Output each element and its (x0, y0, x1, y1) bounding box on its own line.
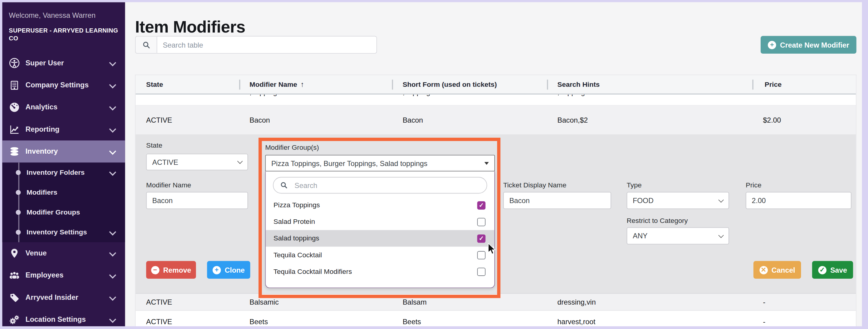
option-tequila-cocktail-modifiers[interactable]: Tequila Cocktail Modifiers (266, 263, 494, 280)
chevron-down-icon (109, 294, 116, 301)
save-button[interactable]: ✓ Save (812, 261, 853, 279)
sidebar-item-label: Location Settings (25, 315, 104, 324)
clipped-text: , toppings (547, 95, 752, 105)
state-select[interactable]: ACTIVE (146, 154, 248, 170)
sidebar-item-label: Employees (25, 271, 104, 279)
sidebar-item-label: Reporting (25, 125, 104, 133)
caret-down-icon (484, 162, 489, 164)
building-icon (9, 79, 20, 91)
restrict-to-category-label: Restrict to Category (627, 217, 688, 225)
chevron-down-icon (718, 197, 724, 202)
modifier-group-multiselect[interactable]: Pizza Toppings, Burger Toppings, Salad t… (265, 155, 495, 171)
inventory-submenu: Inventory Folders Modifiers Modifier Gro… (2, 162, 125, 242)
cell-state: ACTIVE (136, 318, 239, 326)
partially-scrolled-row[interactable]: , toppings , toppings , toppings (136, 95, 856, 106)
cell-state: ACTIVE (136, 298, 239, 306)
search-input[interactable] (157, 36, 377, 54)
sidebar-subitem-label: Modifier Groups (27, 208, 119, 216)
sidebar-subitem-modifiers[interactable]: Modifiers (2, 182, 125, 202)
cell-price: $2.00 (752, 116, 856, 125)
cell-price: - (752, 318, 856, 326)
gauge-icon (9, 102, 20, 113)
clipped-text: , toppings (392, 95, 547, 105)
ticket-display-name-input[interactable] (503, 192, 611, 209)
modifier-group-dropdown: Pizza Toppings Salad Protein Salad toppi… (265, 171, 495, 288)
chevron-down-icon (109, 126, 116, 133)
price-field-label: Price (746, 182, 761, 189)
sidebar-subitem-label: Inventory Folders (27, 168, 110, 176)
price-input[interactable] (746, 192, 851, 209)
column-header-state[interactable]: State (136, 80, 239, 88)
chevron-down-icon (109, 59, 116, 66)
plus-circle-icon: + (213, 266, 221, 274)
table-row-beets[interactable]: ACTIVE Beets Beets harvest,root - (136, 311, 856, 326)
sidebar-subitem-modifier-groups[interactable]: Modifier Groups (2, 202, 125, 222)
sidebar-item-arryved-insider[interactable]: Arryved Insider (2, 286, 125, 308)
clone-button[interactable]: + Clone (207, 261, 250, 279)
checkbox-checked[interactable] (477, 201, 486, 209)
type-select[interactable]: FOOD (627, 192, 729, 209)
restrict-to-category-select[interactable]: ANY (627, 227, 729, 244)
search-icon (280, 182, 288, 189)
chevron-down-icon (109, 81, 116, 88)
modifiers-table: State Modifier Name↑ Short Form (used on… (135, 75, 857, 326)
dropdown-search (273, 177, 487, 193)
sidebar-item-reporting[interactable]: Reporting (2, 118, 125, 140)
cell-search-hints: dressing,vin (547, 298, 752, 306)
type-field-label: Type (627, 182, 642, 189)
option-salad-toppings[interactable]: Salad toppings (266, 230, 494, 247)
checkbox-unchecked[interactable] (477, 218, 486, 226)
table-row-bacon[interactable]: ACTIVE Bacon Bacon Bacon,$2 $2.00 (136, 106, 856, 135)
remove-button[interactable]: − Remove (146, 261, 196, 279)
dropdown-search-input[interactable] (293, 180, 480, 190)
sidebar-subitem-inventory-folders[interactable]: Inventory Folders (2, 162, 125, 182)
modifier-group-field-label: Modifier Group(s) (265, 144, 319, 152)
sidebar-item-analytics[interactable]: Analytics (2, 96, 125, 118)
column-header-price[interactable]: Price (752, 80, 856, 88)
sidebar-item-label: Venue (25, 249, 104, 257)
checkbox-unchecked[interactable] (477, 267, 486, 276)
x-circle-icon: ✕ (760, 266, 768, 274)
screen: Welcome, Vanessa Warren SUPERUSER - ARRY… (0, 0, 868, 329)
checkbox-unchecked[interactable] (477, 251, 486, 259)
sidebar-item-venue[interactable]: Venue (2, 242, 125, 264)
sidebar-item-employees[interactable]: Employees (2, 264, 125, 286)
chevron-down-icon (109, 148, 116, 155)
create-new-modifier-button[interactable]: + Create New Modifier (761, 36, 857, 54)
chevron-down-icon (109, 250, 116, 256)
sidebar-item-inventory[interactable]: Inventory (2, 140, 125, 162)
checkbox-checked[interactable] (477, 234, 486, 242)
sidebar-item-location-settings[interactable]: Location Settings (2, 308, 125, 326)
sidebar-item-label: Arryved Insider (25, 293, 104, 302)
cell-short-form: Balsam (392, 298, 547, 306)
sidebar-item-label: Inventory (25, 147, 104, 156)
option-tequila-cocktail[interactable]: Tequila Cocktail (266, 247, 494, 263)
modifier-name-input[interactable] (146, 192, 248, 209)
sidebar-item-label: Analytics (25, 103, 104, 111)
option-salad-protein[interactable]: Salad Protein (266, 213, 494, 230)
sidebar-subitem-inventory-settings[interactable]: Inventory Settings (2, 222, 125, 242)
cell-search-hints: Bacon,$2 (547, 116, 752, 125)
chevron-down-icon (109, 104, 116, 110)
sidebar-item-label: Super User (25, 59, 104, 67)
sidebar-item-company-settings[interactable]: Company Settings (2, 74, 125, 96)
cancel-button[interactable]: ✕ Cancel (753, 261, 801, 279)
chevron-down-icon (718, 232, 724, 238)
create-button-label: Create New Modifier (780, 41, 849, 49)
people-icon (9, 270, 20, 281)
sidebar-item-super-user[interactable]: Super User (2, 52, 125, 74)
column-header-short-form[interactable]: Short Form (used on tickets) (392, 80, 547, 88)
cell-modifier-name: Beets (239, 318, 392, 326)
table-row-balsamic[interactable]: ACTIVE Balsamic Balsam dressing,vin - (136, 294, 856, 311)
state-field-label: State (146, 142, 162, 150)
cell-short-form: Bacon (392, 116, 547, 125)
gears-icon (9, 314, 20, 325)
cell-short-form: Beets (392, 318, 547, 326)
cell-search-hints: harvest,root (547, 318, 752, 326)
column-header-modifier-name[interactable]: Modifier Name↑ (239, 80, 392, 89)
column-header-search-hints[interactable]: Search Hints (547, 80, 752, 88)
window-frame: Welcome, Vanessa Warren SUPERUSER - ARRY… (0, 0, 868, 329)
option-pizza-toppings[interactable]: Pizza Toppings (266, 197, 494, 213)
sidebar-subitem-label: Modifiers (27, 188, 119, 196)
chevron-down-icon (109, 316, 116, 323)
